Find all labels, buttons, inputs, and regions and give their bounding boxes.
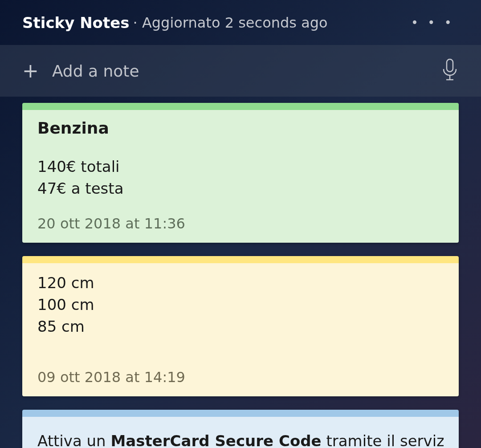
add-note-bar[interactable]: + Add a note	[0, 45, 481, 97]
note-body: 120 cm 100 cm 85 cm 09 ott 2018 at 14:19	[22, 263, 459, 397]
note-body: Attiva un MasterCard Secure Code tramite…	[22, 417, 459, 448]
app-title: Sticky Notes	[22, 14, 130, 32]
note-color-stripe	[22, 103, 459, 110]
note-line: 100 cm	[37, 294, 444, 316]
note-card[interactable]: 120 cm 100 cm 85 cm 09 ott 2018 at 14:19	[22, 256, 459, 397]
note-color-stripe	[22, 256, 459, 263]
plus-icon: +	[22, 61, 39, 81]
note-timestamp: 09 ott 2018 at 14:19	[37, 369, 444, 386]
add-note-placeholder: Add a note	[52, 62, 428, 80]
note-line: 120 cm	[37, 272, 444, 294]
note-text-prefix: Attiva un	[37, 432, 110, 448]
sync-status: · Aggiornato 2 seconds ago	[133, 14, 328, 31]
note-line: 140€ totali	[37, 156, 444, 178]
more-options-icon[interactable]: • • •	[407, 11, 459, 34]
note-line: Attiva un MasterCard Secure Code tramite…	[37, 430, 444, 448]
note-text-suffix: tramite il servizio	[322, 432, 444, 448]
note-line: 47€ a testa	[37, 178, 444, 200]
note-card[interactable]: Benzina 140€ totali 47€ a testa 20 ott 2…	[22, 103, 459, 243]
note-color-stripe	[22, 410, 459, 417]
app-header: Sticky Notes · Aggiornato 2 seconds ago …	[0, 0, 481, 45]
notes-list: Benzina 140€ totali 47€ a testa 20 ott 2…	[0, 97, 481, 448]
microphone-icon[interactable]	[441, 58, 459, 83]
note-text-bold: MasterCard Secure Code	[110, 432, 321, 448]
svg-rect-0	[447, 59, 453, 72]
note-line: 85 cm	[37, 316, 444, 338]
note-body: Benzina 140€ totali 47€ a testa 20 ott 2…	[22, 110, 459, 243]
note-card[interactable]: Attiva un MasterCard Secure Code tramite…	[22, 410, 459, 448]
note-timestamp: 20 ott 2018 at 11:36	[37, 215, 444, 232]
note-title: Benzina	[37, 119, 444, 137]
